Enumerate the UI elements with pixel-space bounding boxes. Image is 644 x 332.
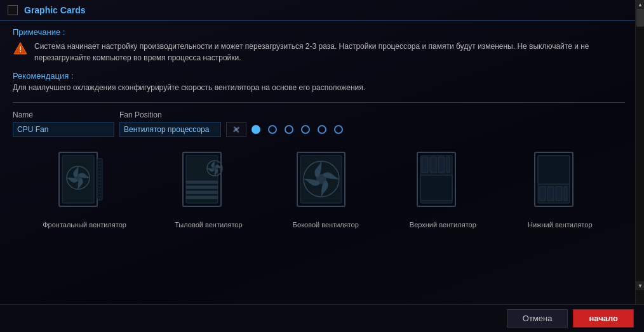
position-column: Fan Position [119, 110, 221, 137]
fan-grid: Фронтальный вентилятор [13, 146, 625, 229]
svg-rect-37 [446, 157, 450, 173]
svg-rect-24 [186, 181, 218, 183]
svg-text:!: ! [19, 45, 22, 54]
fan-icon-button[interactable] [226, 122, 246, 137]
scroll-down-arrow[interactable]: ▼ [636, 281, 644, 290]
fan-item-top: Верхний вентилятор [408, 146, 478, 229]
dot-3[interactable] [285, 125, 293, 134]
name-column-header: Name [13, 110, 114, 119]
radio-dots [252, 125, 343, 134]
rec-label: Рекомендация : [13, 71, 625, 81]
main-container: Graphic Cards ▲ ▼ Примечание : ! Система… [0, 0, 644, 332]
fan-name-input[interactable] [13, 122, 114, 137]
svg-rect-45 [564, 187, 567, 201]
recommendation-section: Рекомендация : Для наилучшего охлаждения… [13, 71, 625, 92]
fan-label-bottom: Нижний вентилятор [528, 221, 593, 229]
divider [13, 102, 625, 103]
fan-case-bottom-icon [525, 146, 595, 216]
svg-rect-35 [430, 157, 436, 173]
fan-label-side: Боковой вентилятор [293, 221, 359, 229]
footer: Отмена начало [0, 304, 644, 332]
note-text: Система начинает настройку производитель… [34, 41, 625, 63]
svg-rect-41 [538, 156, 570, 184]
svg-rect-26 [186, 191, 218, 194]
start-button[interactable]: начало [573, 309, 634, 328]
content-area: Примечание : ! Система начинает настройк… [0, 21, 644, 332]
svg-rect-38 [420, 175, 452, 201]
scrollbar[interactable]: ▲ ▼ [635, 0, 644, 311]
svg-rect-36 [438, 157, 445, 173]
fan-label-rear: Тыловой вентилятор [175, 221, 242, 229]
header-title: Graphic Cards [24, 5, 85, 15]
note-label: Примечание : [13, 27, 625, 37]
dot-6[interactable] [334, 125, 343, 134]
fan-item-rear: Тыловой вентилятор [173, 146, 243, 229]
svg-rect-42 [539, 187, 546, 201]
warning-icon: ! [13, 41, 28, 56]
fan-label-front: Фронтальный вентилятор [43, 221, 126, 229]
scroll-up-arrow[interactable]: ▲ [636, 0, 644, 9]
svg-rect-25 [186, 186, 218, 189]
name-column: Name [13, 110, 114, 137]
svg-rect-44 [556, 187, 562, 201]
header: Graphic Cards [0, 0, 644, 21]
fan-item-front: Фронтальный вентилятор [43, 146, 126, 229]
dot-2[interactable] [268, 125, 277, 134]
note-section: Примечание : ! Система начинает настройк… [13, 27, 625, 63]
fan-position-input[interactable] [119, 122, 221, 137]
fan-case-front-icon [50, 146, 119, 216]
dot-5[interactable] [318, 125, 326, 134]
fan-case-top-icon [408, 146, 478, 216]
fan-item-side: Боковой вентилятор [291, 146, 361, 229]
position-column-header: Fan Position [119, 110, 221, 119]
rec-text: Для наилучшего охлаждения сконфигурируйт… [13, 83, 625, 92]
cancel-button[interactable]: Отмена [507, 309, 568, 328]
svg-rect-43 [547, 187, 554, 201]
fan-row: Name Fan Position [13, 110, 625, 137]
fan-item-bottom: Нижний вентилятор [525, 146, 595, 229]
dot-1[interactable] [252, 125, 260, 134]
fan-case-rear-icon [173, 146, 243, 216]
svg-rect-34 [422, 157, 428, 173]
header-checkbox[interactable] [8, 5, 18, 15]
note-body: ! Система начинает настройку производите… [13, 41, 625, 63]
fan-case-side-icon [291, 146, 361, 216]
fan-label-top: Верхний вентилятор [410, 221, 476, 229]
fan-spin-icon [230, 123, 243, 136]
svg-rect-27 [186, 196, 218, 199]
dot-4[interactable] [301, 125, 310, 134]
